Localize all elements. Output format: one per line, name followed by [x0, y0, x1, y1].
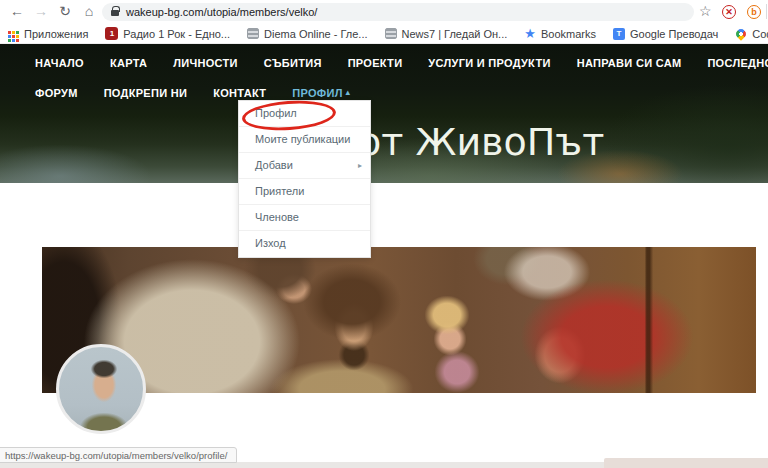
apps-grid-icon	[8, 31, 11, 34]
nav-item-uslugi[interactable]: УСЛУГИ И ПРОДУКТИ	[428, 53, 550, 73]
bookmark-translate[interactable]: Т Google Преводач	[613, 28, 718, 40]
menu-item-izhod[interactable]: Изход	[239, 231, 370, 257]
nav-item-nachalo[interactable]: НАЧАЛО	[35, 53, 84, 73]
chevron-up-icon: ▴	[346, 88, 350, 97]
tv-site-icon	[385, 28, 397, 39]
home-icon[interactable]: ⌂	[80, 2, 98, 20]
bookmark-news7[interactable]: News7 | Гледай Он...	[385, 28, 508, 40]
site-nav-secondary: ФОРУМ ПОДКРЕПИ НИ КОНТАКТ ПРОФИЛ▴	[0, 83, 768, 103]
bookmarks-bar: Приложения 1 Радио 1 Рок - Едно... Diema…	[0, 24, 768, 44]
forward-icon[interactable]: →	[32, 2, 50, 20]
bookmark-diema[interactable]: Diema Online - Гле...	[247, 28, 367, 40]
status-link-preview: https://wakeup-bg.com/utopia/members/vel…	[0, 447, 237, 463]
hero-banner: от ЖивоПът НАЧАЛО КАРТА ЛИЧНОСТИ СЪБИТИЯ…	[0, 44, 768, 183]
bookmark-star-icon[interactable]: ☆	[699, 3, 712, 19]
site-nav-primary: НАЧАЛО КАРТА ЛИЧНОСТИ СЪБИТИЯ ПРОЕКТИ УС…	[0, 53, 768, 73]
google-translate-icon: Т	[613, 28, 625, 40]
apps-shortcut[interactable]: Приложения	[8, 28, 88, 40]
nav-item-karta[interactable]: КАРТА	[110, 53, 147, 73]
nav-item-lichnosti[interactable]: ЛИЧНОСТИ	[173, 53, 238, 73]
cover-photo	[42, 247, 756, 393]
radio1-rock-icon: 1	[105, 27, 118, 40]
bookmark-radio1[interactable]: 1 Радио 1 Рок - Едно...	[105, 27, 230, 40]
blue-star-icon: ★	[524, 27, 536, 40]
back-icon[interactable]: ←	[8, 2, 26, 20]
submenu-arrow-icon: ▸	[358, 153, 362, 178]
bookmark-bookmarks[interactable]: ★ Bookmarks	[524, 27, 596, 40]
reload-icon[interactable]: ↻	[56, 2, 74, 20]
menu-item-chlenove[interactable]: Членове	[239, 205, 370, 231]
nav-item-podkrepi[interactable]: ПОДКРЕПИ НИ	[104, 83, 188, 103]
browser-window: ← → ↻ ⌂ wakeup-bg.com/utopia/members/vel…	[0, 0, 768, 468]
window-bottom-edge-right	[604, 458, 768, 468]
menu-item-priyateli[interactable]: Приятели	[239, 179, 370, 205]
nav-item-posledno[interactable]: ПОСЛЕДНО ПУБЛИКУВАНИ	[707, 53, 768, 73]
tv-site-icon	[247, 28, 259, 39]
menu-item-publikacii[interactable]: Моите публикации	[239, 127, 370, 153]
menu-item-dobavi[interactable]: Добави ▸	[239, 153, 370, 179]
nav-item-napravi[interactable]: НАПРАВИ СИ САМ	[577, 53, 682, 73]
bookmark-maps[interactable]: София – Google Ка...	[735, 28, 768, 40]
profile-avatar	[56, 344, 146, 434]
address-bar[interactable]: wakeup-bg.com/utopia/members/velko/	[102, 3, 694, 21]
nav-item-forum[interactable]: ФОРУМ	[35, 83, 78, 103]
url-text: wakeup-bg.com/utopia/members/velko/	[126, 6, 317, 18]
lock-icon	[111, 10, 119, 16]
google-maps-icon	[734, 26, 748, 40]
browser-toolbar: ← → ↻ ⌂ wakeup-bg.com/utopia/members/vel…	[0, 0, 768, 24]
nav-item-sabitiya[interactable]: СЪБИТИЯ	[264, 53, 322, 73]
nav-item-proekti[interactable]: ПРОЕКТИ	[348, 53, 403, 73]
extension-red-icon[interactable]: ✕	[722, 5, 736, 19]
toolbar-divider	[766, 4, 767, 19]
page-title: от ЖивоПът	[358, 120, 604, 164]
extension-orange-icon[interactable]: b	[747, 5, 761, 19]
